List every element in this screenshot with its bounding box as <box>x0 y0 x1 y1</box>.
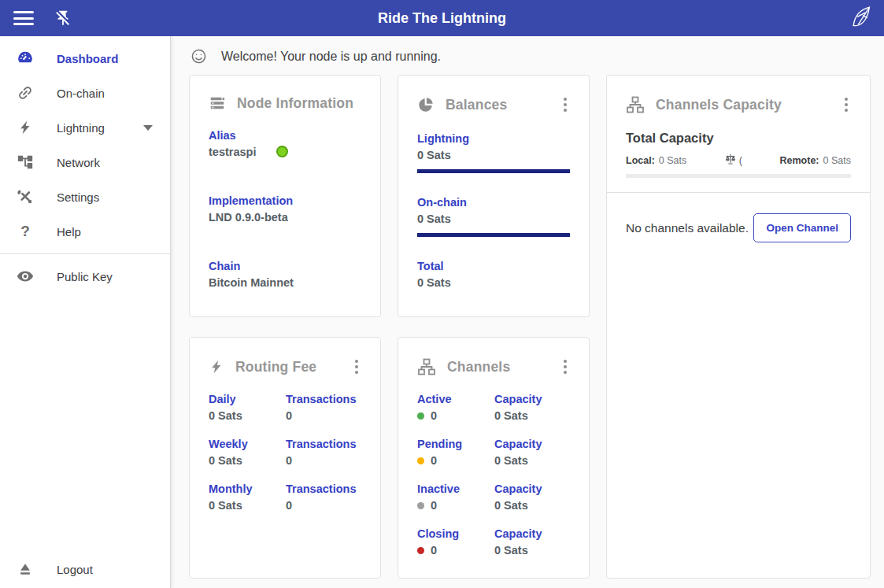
chain-value: Bitcoin Mainnet <box>209 276 361 289</box>
sidebar-item-logout[interactable]: Logout <box>0 552 170 586</box>
implementation-label: Implementation <box>209 194 361 207</box>
pie-chart-icon <box>417 96 435 113</box>
sidebar-item-help[interactable]: ? Help <box>0 214 170 249</box>
sidebar-item-dashboard[interactable]: Dashboard <box>0 41 170 76</box>
closing-status-dot <box>417 547 424 554</box>
channels-card: Channels Active 0 Capacity 0 Sats <box>398 337 590 579</box>
channel-state-label: Active <box>417 393 494 405</box>
server-icon <box>209 94 226 112</box>
sidebar-item-label: Dashboard <box>57 52 118 65</box>
routing-fee-card: Routing Fee Daily 0 Sats Transactions 0 … <box>189 337 381 579</box>
transactions-value: 0 <box>286 499 361 512</box>
pending-status-dot <box>417 457 424 464</box>
balance-progress-bar <box>417 233 570 237</box>
transactions-label: Transactions <box>286 483 361 495</box>
capacity-progress-bar <box>626 174 851 178</box>
hamburger-menu-button[interactable] <box>13 11 34 25</box>
channel-count: 0 <box>431 409 437 422</box>
capacity-label: Capacity <box>494 438 570 450</box>
channel-state-label: Closing <box>417 527 494 540</box>
app-title: Ride The Lightning <box>0 10 884 27</box>
sidebar: Dashboard On-chain Lightning Network <box>0 36 171 588</box>
smiley-icon <box>190 48 207 65</box>
capacity-label: Capacity <box>494 393 570 405</box>
fee-period-label: Weekly <box>209 438 286 450</box>
sitemap-icon <box>417 357 436 376</box>
sidebar-item-label: Help <box>57 225 81 239</box>
remote-value: 0 Sats <box>823 155 851 166</box>
fee-period-label: Monthly <box>209 483 286 495</box>
balances-card: Balances Lightning 0 Sats On-chain 0 Sat… <box>398 75 590 317</box>
transactions-value: 0 <box>286 454 361 467</box>
app-header: Ride The Lightning <box>0 0 884 36</box>
total-capacity-heading: Total Capacity <box>626 131 851 146</box>
kebab-menu-icon[interactable] <box>352 357 361 377</box>
channel-count: 0 <box>431 544 437 557</box>
balance-value: 0 Sats <box>417 149 570 161</box>
lightning-bolt-icon <box>16 118 35 137</box>
sidebar-item-label: Logout <box>57 563 93 576</box>
eye-icon <box>16 267 35 286</box>
balance-value: 0 Sats <box>417 276 570 289</box>
transactions-label: Transactions <box>286 438 361 450</box>
card-title: Node Information <box>237 95 353 112</box>
chain-label: Chain <box>209 260 361 272</box>
balance-label: On-chain <box>417 196 570 209</box>
card-title: Channels Capacity <box>656 97 782 113</box>
main-content: Welcome! Your node is up and running. No… <box>172 36 884 588</box>
sidebar-item-settings[interactable]: Settings <box>0 179 170 214</box>
welcome-text: Welcome! Your node is up and running. <box>221 50 441 64</box>
sidebar-item-public-key[interactable]: Public Key <box>0 259 170 294</box>
node-online-status-dot <box>276 146 288 157</box>
sidebar-divider <box>0 253 170 254</box>
channel-state-label: Inactive <box>417 483 494 495</box>
status-banner: Welcome! Your node is up and running. <box>190 48 441 65</box>
balance-value: 0 Sats <box>417 213 570 225</box>
transactions-value: 0 <box>286 409 361 422</box>
lightning-bolt-icon <box>209 359 224 375</box>
fee-value: 0 Sats <box>209 499 286 512</box>
inactive-status-dot <box>417 502 424 509</box>
sitemap-icon <box>626 95 645 114</box>
sidebar-item-label: Network <box>57 156 100 169</box>
balance-label: Total <box>417 260 570 272</box>
capacity-value: 0 Sats <box>494 409 570 422</box>
node-information-card: Node Information Alias testraspi Impleme… <box>189 75 381 317</box>
kebab-menu-icon[interactable] <box>841 94 851 115</box>
capacity-value: 0 Sats <box>494 499 570 512</box>
channel-state-label: Pending <box>417 438 494 450</box>
card-title: Channels <box>447 359 510 375</box>
alias-value: testraspi <box>209 146 256 158</box>
active-status-dot <box>417 412 424 420</box>
capacity-value: 0 Sats <box>494 544 570 557</box>
link-icon <box>16 83 35 102</box>
sidebar-item-label: On-chain <box>57 87 105 100</box>
sidebar-item-network[interactable]: Network <box>0 145 170 179</box>
fee-period-label: Daily <box>209 393 286 405</box>
local-value: 0 Sats <box>659 155 686 166</box>
fee-value: 0 Sats <box>209 454 286 467</box>
kebab-menu-icon[interactable] <box>560 94 570 115</box>
local-label: Local: <box>626 155 655 166</box>
no-channels-message: No channels available. <box>626 221 749 235</box>
implementation-value: LND 0.9.0-beta <box>209 211 361 224</box>
remote-label: Remote: <box>780 155 819 166</box>
capacity-label: Capacity <box>494 483 570 495</box>
fee-value: 0 Sats <box>209 409 286 422</box>
sidebar-item-lightning[interactable]: Lightning <box>0 110 170 145</box>
card-title: Routing Fee <box>235 359 316 375</box>
capacity-value: 0 Sats <box>494 454 570 467</box>
alias-label: Alias <box>209 129 361 142</box>
balance-score-paren: ( <box>739 154 742 166</box>
pin-off-icon[interactable] <box>54 9 72 27</box>
capacity-label: Capacity <box>494 527 570 540</box>
kebab-menu-icon[interactable] <box>560 357 570 377</box>
card-title: Balances <box>446 97 507 113</box>
open-channel-button[interactable]: Open Channel <box>753 213 851 242</box>
dashboard-icon <box>16 49 35 68</box>
balance-scale-icon <box>724 153 737 168</box>
rtl-logo-icon <box>849 5 873 33</box>
eject-icon <box>16 560 35 579</box>
sidebar-item-label: Public Key <box>57 270 113 283</box>
sidebar-item-onchain[interactable]: On-chain <box>0 76 170 110</box>
